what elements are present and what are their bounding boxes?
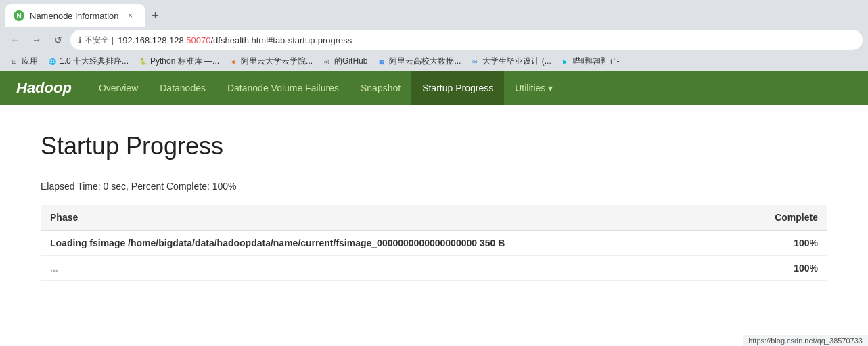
aliyun-edu-icon: ▦ (377, 57, 386, 66)
nav-snapshot[interactable]: Snapshot (350, 71, 411, 105)
github-icon: ◎ (322, 57, 332, 66)
nav-items: Overview Datanodes Datanode Volume Failu… (88, 71, 564, 105)
url-display: 192.168.128.128:50070/dfshealth.html#tab… (118, 35, 352, 45)
tab-bar: N Namenode information × + (0, 0, 868, 27)
bookmark-sort[interactable]: 🌐 1.0 十大经典排序... (43, 54, 133, 68)
forward-button[interactable]: → (27, 30, 46, 49)
complete-column-header: Complete (736, 205, 827, 230)
nav-datanode-volume-failures[interactable]: Datanode Volume Failures (216, 71, 350, 105)
nav-datanodes[interactable]: Datanodes (149, 71, 216, 105)
hadoop-nav: Hadoop Overview Datanodes Datanode Volum… (0, 71, 868, 105)
phase-cell: Loading fsimage /home/bigdata/data/hadoo… (41, 230, 736, 256)
nav-utilities[interactable]: Utilities ▾ (504, 71, 564, 105)
sort-icon: 🌐 (47, 57, 57, 66)
chevron-down-icon: ▾ (548, 83, 553, 93)
address-bar[interactable]: ℹ 不安全 | 192.168.128.128:50070/dfshealth.… (70, 30, 863, 50)
bookmarks-bar: ⊞ 应用 🌐 1.0 十大经典排序... 🐍 Python 标准库 —... ◈… (0, 53, 868, 71)
insecure-indicator: ℹ 不安全 | (78, 35, 114, 46)
elapsed-info: Elapsed Time: 0 sec, Percent Complete: 1… (41, 181, 827, 192)
table-row: Loading fsimage /home/bigdata/data/hadoo… (41, 230, 827, 256)
nav-startup-progress[interactable]: Startup Progress (411, 71, 504, 105)
progress-table: Phase Complete Loading fsimage /home/big… (41, 205, 827, 281)
complete-cell-2: 100% (736, 256, 827, 281)
table-header-row: Phase Complete (41, 205, 827, 230)
complete-cell: 100% (736, 230, 827, 256)
tab-close-button[interactable]: × (124, 9, 137, 22)
bookmark-apps[interactable]: ⊞ 应用 (5, 54, 42, 68)
python-icon: 🐍 (138, 57, 147, 66)
table-row: ... 100% (41, 256, 827, 281)
new-tab-button[interactable]: + (146, 6, 165, 25)
browser-chrome: N Namenode information × + ← → ↺ ℹ 不安全 |… (0, 0, 868, 71)
back-button[interactable]: ← (5, 30, 24, 49)
apps-icon: ⊞ (9, 57, 19, 66)
phase-column-header: Phase (41, 205, 736, 230)
bookmark-aliyun-edu[interactable]: ▦ 阿里云高校大数据... (373, 54, 465, 68)
thesis-icon: ✉ (470, 57, 480, 66)
page-title: Startup Progress (41, 132, 827, 160)
bookmark-bilibili[interactable]: ▶ 哔哩哔哩（°- (557, 54, 624, 68)
address-bar-row: ← → ↺ ℹ 不安全 | 192.168.128.128:50070/dfsh… (0, 27, 868, 53)
bookmark-github[interactable]: ◎ 的GitHub (318, 54, 371, 68)
bilibili-icon: ▶ (561, 57, 570, 66)
phase-cell-2: ... (41, 256, 736, 281)
tab-title: Namenode information (30, 11, 119, 21)
nav-overview[interactable]: Overview (88, 71, 149, 105)
insecure-icon: ℹ (78, 35, 82, 45)
aliyun-icon: ◈ (229, 57, 238, 66)
browser-tab[interactable]: N Namenode information × (5, 4, 145, 27)
main-content: Startup Progress Elapsed Time: 0 sec, Pe… (0, 105, 868, 308)
bookmark-thesis[interactable]: ✉ 大学生毕业设计 (... (466, 54, 555, 68)
bookmark-python[interactable]: 🐍 Python 标准库 —... (134, 54, 223, 68)
hadoop-logo: Hadoop (0, 79, 88, 97)
tab-favicon: N (14, 10, 24, 21)
refresh-button[interactable]: ↺ (49, 30, 68, 49)
bookmark-aliyun[interactable]: ◈ 阿里云大学云学院... (225, 54, 317, 68)
